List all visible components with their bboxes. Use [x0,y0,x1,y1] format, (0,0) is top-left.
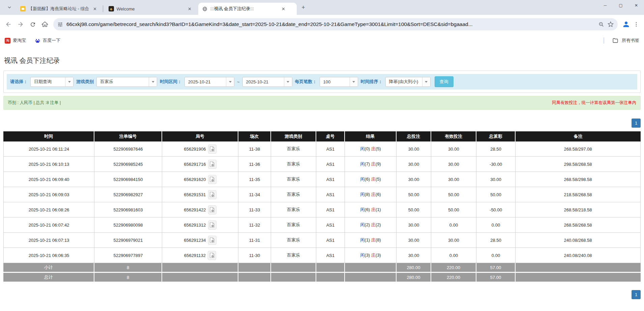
currency-summary: 币别 : 人民币 | 总共 :8 注单 | [8,100,61,106]
cell-total-bet: 30.00 [397,141,431,157]
result-banker-value: (8) [376,237,381,242]
chevron-down-icon[interactable] [5,3,14,12]
result-banker-value: (3) [376,253,381,258]
cell-time: 2025-10-21 06:06:35 [3,248,94,263]
browser-toolbar: 66cxkj98.com/game/betrecord_search/kind3… [0,15,644,34]
result-player-label: 闲 [360,161,364,166]
col-payout: 总派彩 [476,131,516,141]
new-tab-button[interactable]: + [299,3,308,12]
cell-result: 闲(6) 庄(5) [345,172,397,187]
time-sort-select[interactable]: 降幂(由大到小) [385,77,431,87]
tab-strip: 【新提醒】海燕策略论坛 - 综合 ✕ ◆ Welcome ✕ :::视讯 会员下… [0,0,644,15]
query-type-value: 日期查询 [31,77,65,86]
cell-total-bet: 30.00 [397,217,431,233]
cell-result: 闲(7) 庄(9) [345,157,397,172]
cell-valid-bet: 50.00 [431,202,476,217]
result-player-value: (8) [364,192,371,197]
cell-total-bet: 50.00 [397,202,431,217]
date-start-select[interactable]: 2025-10-21 [184,77,234,87]
game-type-select[interactable]: 百家乐 [96,77,157,87]
video-replay-icon[interactable] [208,221,216,230]
menu-dots-icon[interactable] [633,21,639,27]
forward-icon[interactable] [15,19,26,30]
home-icon[interactable] [39,19,51,30]
tab-close-icon[interactable]: ✕ [187,6,193,12]
video-replay-icon[interactable] [208,160,216,169]
cell-session: 11-36 [238,157,271,172]
maximize-button[interactable]: ▢ [613,0,628,11]
tab-welcome[interactable]: ◆ Welcome ✕ [105,3,198,15]
video-replay-icon[interactable] [208,236,216,245]
cell-note: 218.58/268.58 [516,187,641,202]
result-banker-label: 庄 [371,146,376,151]
refresh-icon[interactable] [27,19,38,30]
cell-total-bet: 30.00 [397,248,431,263]
cell-session: 11-30 [238,248,271,263]
page-1-button[interactable]: 1 [632,119,641,128]
subtotal-count: 8 [94,263,162,273]
col-bet-id: 注单编号 [94,131,162,141]
date-end-select[interactable]: 2025-10-21 [242,77,292,87]
video-replay-icon[interactable] [208,175,216,184]
cell-payout: 0.00 [476,248,516,263]
result-player-label: 闲 [360,253,364,258]
result-banker-label: 庄 [371,161,376,166]
game-type-value: 百家乐 [97,77,149,86]
cell-game-type: 百家乐 [271,172,316,187]
table-row: 2025-10-21 06:11:24522906987646656291906… [3,141,641,157]
result-banker-label: 庄 [371,222,376,227]
tab-betrecord-active[interactable]: :::视讯 会员下注纪录::: ✕ [198,3,297,15]
col-time: 时间 [3,131,94,141]
cell-result: 闲(2) 庄(2) [345,217,397,233]
bookmark-star-icon[interactable] [608,21,614,27]
cell-valid-bet: 0.00 [431,248,476,263]
tab-close-icon[interactable]: ✕ [92,6,98,12]
cell-result: 闲(1) 庄(8) [345,233,397,248]
video-replay-icon[interactable] [208,145,216,154]
col-game-type: 游戏类别 [271,131,316,141]
profile-avatar-icon[interactable] [622,21,630,28]
bookmark-baidu[interactable]: 百度一下 [35,37,60,44]
cell-session: 11-31 [238,233,271,248]
time-range-label: 时间区间： [160,79,182,85]
cell-time: 2025-10-21 06:07:42 [3,217,94,233]
zoom-icon[interactable] [598,22,604,27]
video-replay-icon[interactable] [208,205,216,214]
site-settings-tune-icon[interactable] [57,22,63,27]
url-bar[interactable]: 66cxkj98.com/game/betrecord_search/kind3… [53,18,618,30]
tab-close-icon[interactable]: ✕ [281,6,287,12]
cell-bet-id: 522906985245 [94,157,162,172]
result-banker-label: 庄 [371,177,376,182]
table-row: 2025-10-21 06:07:13522906979021656291234… [3,233,641,248]
bookmark-taobao[interactable]: 淘 爱淘宝 [5,37,26,44]
video-replay-icon[interactable] [208,190,216,199]
browser-window: 【新提醒】海燕策略论坛 - 综合 ✕ ◆ Welcome ✕ :::视讯 会员下… [0,0,644,47]
video-replay-icon[interactable] [208,251,216,260]
tab-forum[interactable]: 【新提醒】海燕策略论坛 - 综合 ✕ [16,3,101,15]
total-payout: 57.00 [476,273,516,283]
back-icon[interactable] [3,19,14,30]
cell-payout: 28.50 [476,141,516,157]
cell-time: 2025-10-21 06:10:13 [3,157,94,172]
cell-round: 656291132 [162,248,238,263]
page-1-button[interactable]: 1 [632,290,641,299]
search-button[interactable]: 查询 [435,76,453,87]
cell-table-no: AS1 [316,217,345,233]
cell-game-type: 百家乐 [271,157,316,172]
table-row: 2025-10-21 06:06:35522906977897656291132… [3,248,641,263]
result-banker-value: (2) [376,222,381,227]
valid-bet-note: 同局有效投注，统一计算在该局第一张注单内 [552,100,636,106]
query-type-select[interactable]: 日期查询 [30,77,74,87]
cell-total-bet: 30.00 [397,172,431,187]
tab-title: :::视讯 会员下注纪录::: [210,6,278,12]
minimize-button[interactable]: ─ [597,0,613,11]
cell-note: 240.08/240.08 [516,248,641,263]
date-end-value: 2025-10-21 [243,77,284,86]
close-window-button[interactable]: ✕ [628,0,644,11]
tab-divider [103,5,103,12]
result-player-value: (1) [364,237,371,242]
all-bookmarks[interactable]: 所有书签 [604,37,639,44]
round-number: 656291531 [184,192,206,197]
cell-result: 闲(6) 庄(1) [345,202,397,217]
per-page-select[interactable]: 100 [320,77,358,87]
